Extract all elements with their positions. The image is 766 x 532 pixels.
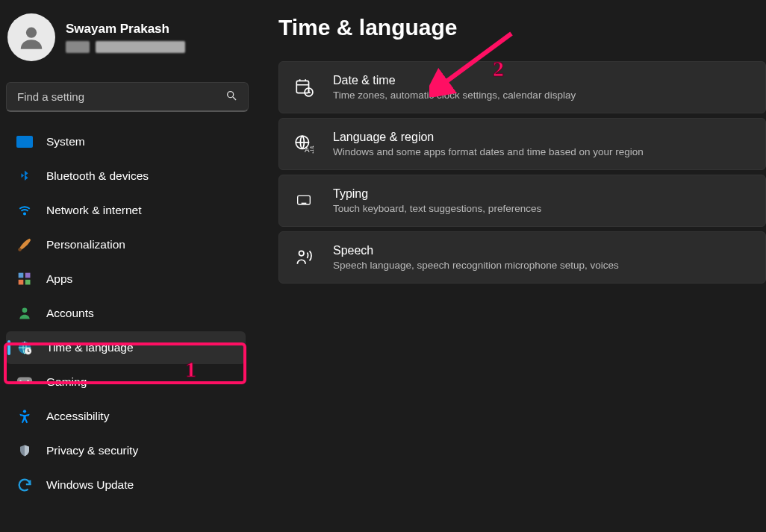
calendar-clock-icon	[294, 78, 314, 97]
gamepad-icon	[16, 374, 33, 390]
svg-point-20	[299, 251, 305, 256]
sidebar-item-accessibility[interactable]: Accessibility	[6, 400, 246, 433]
svg-point-14	[23, 410, 26, 413]
svg-point-13	[26, 382, 28, 384]
sidebar-item-gaming[interactable]: Gaming	[6, 366, 246, 398]
main-content: Time & language Date & time Time zones, …	[258, 0, 766, 532]
card-sub: Touch keyboard, text suggestions, prefer…	[333, 203, 541, 214]
settings-card-list: Date & time Time zones, automatic clock …	[278, 61, 766, 284]
card-typing[interactable]: Typing Touch keyboard, text suggestions,…	[278, 175, 766, 227]
accessibility-icon	[16, 408, 33, 425]
sidebar-item-label: Personalization	[46, 238, 125, 251]
sidebar-item-label: Time & language	[46, 341, 134, 354]
svg-line-2	[233, 97, 236, 100]
svg-point-12	[27, 380, 28, 381]
search-icon	[225, 90, 237, 104]
svg-rect-7	[19, 280, 24, 285]
card-title: Language & region	[333, 131, 644, 144]
sidebar-item-label: System	[46, 135, 85, 148]
paintbrush-icon	[16, 237, 33, 253]
profile-email-redacted	[66, 41, 185, 53]
card-sub: Windows and some apps format dates and t…	[333, 146, 644, 157]
sidebar: Swayam Prakash Find a setting System B	[0, 0, 258, 532]
search-placeholder: Find a setting	[17, 90, 84, 103]
card-sub: Time zones, automatic clock settings, ca…	[333, 90, 576, 101]
svg-point-4	[18, 248, 22, 251]
profile-block[interactable]: Swayam Prakash	[6, 9, 252, 72]
nav-list: System Bluetooth & devices Network & int…	[6, 125, 252, 501]
clock-globe-icon	[16, 339, 33, 356]
sidebar-item-windows-update[interactable]: Windows Update	[6, 469, 246, 501]
svg-point-1	[228, 91, 234, 97]
sidebar-item-label: Windows Update	[46, 478, 134, 492]
sidebar-item-time-language[interactable]: Time & language	[6, 331, 246, 364]
page-title: Time & language	[278, 15, 766, 40]
keyboard-icon	[294, 191, 314, 210]
svg-point-9	[22, 308, 28, 313]
avatar	[7, 13, 55, 61]
svg-text:A字: A字	[305, 145, 314, 154]
sidebar-item-apps[interactable]: Apps	[6, 263, 246, 295]
sidebar-item-network[interactable]: Network & internet	[6, 194, 246, 227]
display-icon	[16, 134, 33, 150]
wifi-icon	[16, 202, 33, 219]
search-input[interactable]: Find a setting	[6, 82, 249, 112]
card-speech[interactable]: Speech Speech language, speech recogniti…	[278, 231, 766, 284]
speech-icon	[294, 248, 314, 267]
card-language-region[interactable]: A字 Language & region Windows and some ap…	[278, 118, 766, 170]
svg-rect-8	[25, 280, 31, 285]
card-title: Date & time	[333, 74, 576, 87]
sidebar-item-accounts[interactable]: Accounts	[6, 297, 246, 330]
sidebar-item-label: Accounts	[46, 307, 94, 320]
card-title: Typing	[333, 187, 541, 201]
sidebar-item-bluetooth[interactable]: Bluetooth & devices	[6, 160, 246, 193]
card-title: Speech	[333, 244, 619, 257]
person-icon	[16, 305, 33, 322]
card-sub: Speech language, speech recognition micr…	[333, 260, 619, 271]
svg-rect-6	[25, 273, 31, 278]
sidebar-item-privacy[interactable]: Privacy & security	[6, 434, 246, 467]
sidebar-item-system[interactable]: System	[6, 125, 246, 158]
svg-rect-5	[19, 273, 24, 278]
profile-name: Swayam Prakash	[66, 22, 185, 37]
sidebar-item-label: Bluetooth & devices	[46, 169, 149, 183]
sidebar-item-label: Apps	[46, 272, 72, 286]
update-icon	[16, 477, 33, 493]
svg-rect-15	[296, 81, 308, 93]
sidebar-item-label: Network & internet	[46, 204, 142, 217]
sidebar-item-personalization[interactable]: Personalization	[6, 228, 246, 261]
svg-point-0	[26, 28, 37, 38]
svg-point-3	[24, 213, 25, 214]
sidebar-item-label: Gaming	[46, 375, 87, 389]
sidebar-item-label: Privacy & security	[46, 444, 138, 457]
sidebar-item-label: Accessibility	[46, 410, 109, 423]
bluetooth-icon	[16, 168, 33, 184]
shield-icon	[16, 442, 33, 459]
apps-icon	[16, 271, 33, 287]
globe-language-icon: A字	[294, 134, 314, 154]
card-date-time[interactable]: Date & time Time zones, automatic clock …	[278, 61, 766, 113]
